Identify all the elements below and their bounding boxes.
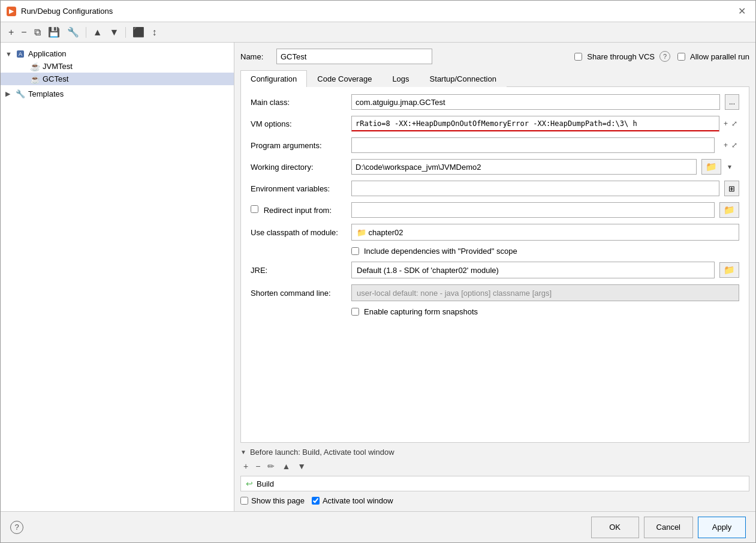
before-launch-remove-button[interactable]: −: [252, 460, 263, 472]
right-panel: Name: Share through VCS ? Allow parallel…: [234, 43, 755, 511]
share-vcs-checkbox[interactable]: [574, 53, 582, 61]
application-icon: A: [15, 50, 26, 58]
program-args-add-button[interactable]: +: [722, 140, 730, 150]
tab-startup-connection[interactable]: Startup/Connection: [420, 70, 507, 87]
left-panel: ▼ A Application ☕ JVMTest ☕ GCTest ▶: [1, 43, 234, 511]
main-class-input[interactable]: [351, 94, 720, 110]
vm-options-add-button[interactable]: +: [722, 119, 730, 128]
tab-configuration[interactable]: Configuration: [240, 70, 307, 87]
capture-label: Enable capturing form snapshots: [364, 307, 478, 316]
move-down-button[interactable]: ▼: [107, 25, 122, 40]
tree-item-gctest[interactable]: ☕ GCTest: [1, 73, 234, 85]
working-dir-input[interactable]: [351, 159, 697, 175]
tree-item-jvmtest[interactable]: ☕ JVMTest: [1, 60, 234, 73]
capture-row: Enable capturing form snapshots: [251, 307, 739, 316]
apply-button[interactable]: Apply: [698, 517, 746, 538]
dialog-title: Run/Debug Configurations: [21, 7, 113, 16]
tab-code-coverage[interactable]: Code Coverage: [307, 70, 382, 87]
program-args-label: Program arguments:: [251, 141, 347, 150]
before-launch-arrow: ▼: [240, 449, 246, 455]
name-label: Name:: [240, 52, 270, 61]
tree-item-templates[interactable]: ▶ 🔧 Templates: [1, 88, 234, 100]
include-deps-checkbox[interactable]: [351, 247, 359, 255]
no-arrow-2: [20, 76, 29, 83]
build-icon: ↩: [246, 479, 253, 488]
share-vcs-help[interactable]: ?: [659, 51, 670, 62]
before-launch-down-button[interactable]: ▼: [294, 460, 309, 472]
gctest-label: GCTest: [43, 74, 68, 83]
jre-browse-button[interactable]: 📁: [719, 262, 739, 278]
tree-expand-arrow: ▼: [5, 50, 15, 58]
copy-button[interactable]: ⧉: [31, 25, 44, 40]
activate-window-option: Activate tool window: [312, 496, 393, 505]
build-label: Build: [257, 479, 274, 488]
show-page-checkbox[interactable]: [240, 497, 248, 505]
env-vars-input[interactable]: [351, 181, 719, 196]
bottom-options: Show this page Activate tool window: [240, 496, 749, 505]
no-arrow: [20, 63, 29, 70]
main-class-row: Main class: ...: [251, 94, 739, 110]
activate-window-checkbox[interactable]: [312, 497, 320, 505]
env-vars-edit-button[interactable]: ⊞: [724, 181, 739, 196]
include-deps-row: Include dependencies with "Provided" sco…: [251, 247, 739, 256]
cancel-button[interactable]: Cancel: [644, 517, 693, 538]
before-launch-toolbar: + − ✏ ▲ ▼: [240, 460, 749, 472]
jre-select[interactable]: Default (1.8 - SDK of 'chapter02' module…: [351, 262, 715, 278]
sort-button[interactable]: ⬛: [129, 25, 147, 40]
working-dir-dropdown-button[interactable]: ▾: [726, 162, 733, 172]
capture-checkbox[interactable]: [351, 308, 359, 316]
gctest-icon: ☕: [29, 75, 40, 83]
header-row: Name: Share through VCS ? Allow parallel…: [240, 49, 749, 64]
help-button[interactable]: ?: [10, 521, 23, 534]
classpath-row: Use classpath of module: 📁 chapter02: [251, 224, 739, 241]
templates-arrow: ▶: [5, 90, 15, 98]
vm-options-expand-button[interactable]: ⤢: [730, 119, 739, 128]
name-input[interactable]: [276, 49, 432, 64]
before-launch-edit-button[interactable]: ✏: [264, 460, 278, 472]
tree-item-application[interactable]: ▼ A Application: [1, 47, 234, 60]
redirect-checkbox-label: Redirect input from:: [251, 205, 347, 215]
ok-button[interactable]: OK: [591, 517, 639, 538]
main-content: ▼ A Application ☕ JVMTest ☕ GCTest ▶: [1, 43, 755, 511]
working-dir-label: Working directory:: [251, 163, 347, 172]
activate-window-label: Activate tool window: [323, 496, 393, 505]
dialog-icon: ▶: [7, 7, 16, 16]
env-vars-row: Environment variables: ⊞: [251, 181, 739, 196]
program-args-input[interactable]: [351, 137, 715, 153]
show-page-label: Show this page: [251, 496, 305, 505]
before-launch-header[interactable]: ▼ Before launch: Build, Activate tool wi…: [240, 448, 749, 457]
wrench-button[interactable]: 🔧: [64, 25, 82, 40]
config-panel: Main class: ... VM options: + ⤢: [240, 87, 749, 443]
share-vcs-row: Share through VCS ?: [574, 51, 670, 62]
tab-logs[interactable]: Logs: [382, 70, 419, 87]
templates-icon: 🔧: [15, 90, 26, 98]
before-launch-add-button[interactable]: +: [240, 460, 251, 472]
redirect-input[interactable]: [351, 202, 715, 218]
remove-button[interactable]: −: [18, 25, 29, 40]
show-page-option: Show this page: [240, 496, 305, 505]
before-launch-up-button[interactable]: ▲: [279, 460, 293, 472]
toolbar-separator-2: [125, 27, 126, 38]
add-button[interactable]: +: [5, 25, 17, 40]
redirect-row: Redirect input from: 📁: [251, 202, 739, 218]
allow-parallel-checkbox[interactable]: [677, 53, 685, 61]
shorten-select[interactable]: user-local default: none - java [options…: [351, 284, 739, 301]
classpath-select[interactable]: 📁 chapter02: [351, 224, 739, 241]
before-launch-label: Before launch: Build, Activate tool wind…: [250, 448, 394, 457]
run-debug-dialog: ▶ Run/Debug Configurations ✕ + − ⧉ 💾 🔧 ▲…: [0, 0, 756, 543]
main-class-browse-button[interactable]: ...: [725, 94, 739, 110]
redirect-checkbox[interactable]: [251, 205, 258, 213]
program-args-expand-button[interactable]: ⤢: [730, 140, 739, 150]
redirect-browse-button[interactable]: 📁: [719, 202, 739, 218]
before-launch-section: ▼ Before launch: Build, Activate tool wi…: [240, 448, 749, 505]
vm-options-input[interactable]: [351, 116, 719, 131]
close-button[interactable]: ✕: [734, 4, 749, 18]
allow-parallel-label: Allow parallel run: [690, 52, 749, 61]
shorten-label: Shorten command line:: [251, 289, 347, 298]
working-dir-browse-button[interactable]: 📁: [701, 159, 721, 175]
classpath-label: Use classpath of module:: [251, 228, 347, 237]
group-button[interactable]: ↕: [149, 25, 159, 40]
move-up-button[interactable]: ▲: [90, 25, 106, 40]
save-button[interactable]: 💾: [45, 25, 63, 40]
jre-row: JRE: Default (1.8 - SDK of 'chapter02' m…: [251, 262, 739, 278]
